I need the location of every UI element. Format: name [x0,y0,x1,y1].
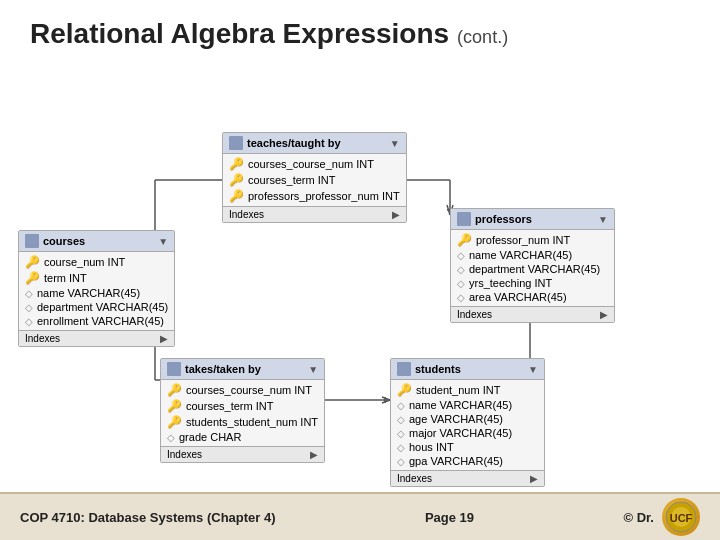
students-expand-arrow[interactable]: ▶ [530,473,538,484]
takes-indexes[interactable]: Indexes ▶ [161,446,324,462]
diamond-icon: ◇ [397,414,405,425]
students-table-body: 🔑 student_num INT ◇ name VARCHAR(45) ◇ a… [391,380,544,470]
students-field-5: ◇ gpa VARCHAR(45) [391,454,544,468]
key-icon: 🔑 [397,383,412,397]
students-table: students ▼ 🔑 student_num INT ◇ name VARC… [390,358,545,487]
professors-table-header: professors ▼ [451,209,614,230]
courses-field-0: 🔑 course_num INT [19,254,174,270]
courses-table-name: courses [43,235,85,247]
svg-line-16 [382,397,390,400]
key-icon: 🔑 [229,157,244,171]
students-field-1: ◇ name VARCHAR(45) [391,398,544,412]
students-dropdown-arrow[interactable]: ▼ [528,364,538,375]
teaches-table-header: teaches/taught by ▼ [223,133,406,154]
students-field-0: 🔑 student_num INT [391,382,544,398]
takes-field-0: 🔑 courses_course_num INT [161,382,324,398]
takes-field-2: 🔑 students_student_num INT [161,414,324,430]
footer-left: COP 4710: Database Systems (Chapter 4) [20,510,276,525]
diamond-icon: ◇ [397,400,405,411]
diamond-icon: ◇ [397,442,405,453]
professors-field-0: 🔑 professor_num INT [451,232,614,248]
takes-table-header: takes/taken by ▼ [161,359,324,380]
footer-right: © Dr. UCF [623,498,700,536]
professors-field-1: ◇ name VARCHAR(45) [451,248,614,262]
page-title: Relational Algebra Expressions (cont.) [0,0,720,60]
courses-field-1: 🔑 term INT [19,270,174,286]
professors-dropdown-arrow[interactable]: ▼ [598,214,608,225]
key-icon: 🔑 [167,399,182,413]
ucf-logo: UCF [662,498,700,536]
key-icon: 🔑 [167,415,182,429]
teaches-table: teaches/taught by ▼ 🔑 courses_course_num… [222,132,407,223]
courses-table-header: courses ▼ [19,231,174,252]
teaches-expand-arrow[interactable]: ▶ [392,209,400,220]
courses-table: courses ▼ 🔑 course_num INT 🔑 term INT ◇ … [18,230,175,347]
teaches-indexes[interactable]: Indexes ▶ [223,206,406,222]
diamond-icon: ◇ [457,292,465,303]
students-table-header: students ▼ [391,359,544,380]
diamond-icon: ◇ [25,302,33,313]
courses-table-icon [25,234,39,248]
footer-center: Page 19 [425,510,474,525]
professors-table-name: professors [475,213,532,225]
courses-expand-arrow[interactable]: ▶ [160,333,168,344]
takes-dropdown-arrow[interactable]: ▼ [308,364,318,375]
teaches-table-body: 🔑 courses_course_num INT 🔑 courses_term … [223,154,406,206]
professors-expand-arrow[interactable]: ▶ [600,309,608,320]
teaches-field-0: 🔑 courses_course_num INT [223,156,406,172]
students-field-4: ◇ hous INT [391,440,544,454]
takes-table-name: takes/taken by [185,363,261,375]
professors-field-3: ◇ yrs_teeching INT [451,276,614,290]
students-table-name: students [415,363,461,375]
takes-table-body: 🔑 courses_course_num INT 🔑 courses_term … [161,380,324,446]
teaches-field-2: 🔑 professors_professor_num INT [223,188,406,204]
diamond-icon: ◇ [397,428,405,439]
teaches-table-icon [229,136,243,150]
courses-field-3: ◇ department VARCHAR(45) [19,300,174,314]
professors-field-2: ◇ department VARCHAR(45) [451,262,614,276]
professors-indexes[interactable]: Indexes ▶ [451,306,614,322]
diamond-icon: ◇ [167,432,175,443]
courses-field-4: ◇ enrollment VARCHAR(45) [19,314,174,328]
key-icon: 🔑 [25,271,40,285]
professors-table-body: 🔑 professor_num INT ◇ name VARCHAR(45) ◇… [451,230,614,306]
diamond-icon: ◇ [397,456,405,467]
diagram-area: teaches/taught by ▼ 🔑 courses_course_num… [0,60,720,520]
key-icon: 🔑 [229,173,244,187]
diamond-icon: ◇ [457,278,465,289]
teaches-table-name: teaches/taught by [247,137,341,149]
key-icon: 🔑 [25,255,40,269]
diamond-icon: ◇ [25,288,33,299]
teaches-dropdown-arrow[interactable]: ▼ [390,138,400,149]
professors-field-4: ◇ area VARCHAR(45) [451,290,614,304]
diamond-icon: ◇ [25,316,33,327]
svg-line-17 [382,400,390,403]
key-icon: 🔑 [229,189,244,203]
professors-table-icon [457,212,471,226]
footer: COP 4710: Database Systems (Chapter 4) P… [0,492,720,540]
students-table-icon [397,362,411,376]
takes-table: takes/taken by ▼ 🔑 courses_course_num IN… [160,358,325,463]
takes-field-1: 🔑 courses_term INT [161,398,324,414]
courses-table-body: 🔑 course_num INT 🔑 term INT ◇ name VARCH… [19,252,174,330]
courses-field-2: ◇ name VARCHAR(45) [19,286,174,300]
courses-dropdown-arrow[interactable]: ▼ [158,236,168,247]
diamond-icon: ◇ [457,250,465,261]
students-field-2: ◇ age VARCHAR(45) [391,412,544,426]
svg-text:UCF: UCF [670,512,693,524]
key-icon: 🔑 [167,383,182,397]
professors-table: professors ▼ 🔑 professor_num INT ◇ name … [450,208,615,323]
takes-field-3: ◇ grade CHAR [161,430,324,444]
students-indexes[interactable]: Indexes ▶ [391,470,544,486]
teaches-field-1: 🔑 courses_term INT [223,172,406,188]
key-icon: 🔑 [457,233,472,247]
courses-indexes[interactable]: Indexes ▶ [19,330,174,346]
diamond-icon: ◇ [457,264,465,275]
students-field-3: ◇ major VARCHAR(45) [391,426,544,440]
takes-table-icon [167,362,181,376]
takes-expand-arrow[interactable]: ▶ [310,449,318,460]
